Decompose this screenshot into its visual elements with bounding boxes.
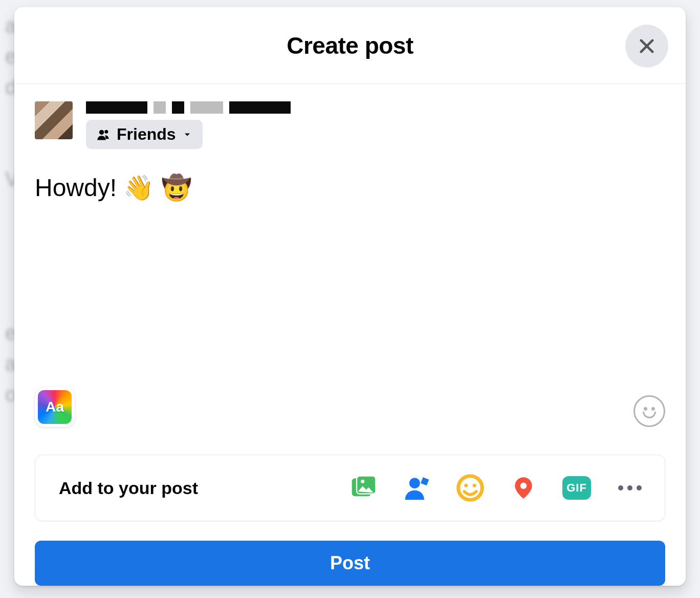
author-name-redacted xyxy=(86,101,291,114)
svg-point-3 xyxy=(104,130,108,133)
svg-point-9 xyxy=(464,484,468,487)
svg-point-2 xyxy=(99,130,104,134)
svg-point-7 xyxy=(409,478,420,488)
background-picker-icon: Aa xyxy=(38,390,72,424)
feeling-icon xyxy=(456,474,485,502)
tag-people-button[interactable] xyxy=(403,474,431,502)
audience-label: Friends xyxy=(117,125,176,144)
post-button[interactable]: Post xyxy=(35,541,665,586)
tag-person-icon xyxy=(403,474,431,502)
author-meta: Friends xyxy=(86,101,291,149)
modal-title: Create post xyxy=(287,32,413,59)
add-to-post-label: Add to your post xyxy=(59,478,198,498)
photo-icon xyxy=(349,474,378,502)
svg-point-10 xyxy=(473,484,476,487)
more-options-button[interactable] xyxy=(616,474,644,502)
post-text-input[interactable]: Howdy! 👋 🤠 xyxy=(35,174,665,307)
more-icon xyxy=(618,485,642,490)
post-button-label: Post xyxy=(330,552,370,574)
audience-selector[interactable]: Friends xyxy=(86,120,203,149)
emoji-picker-button[interactable] xyxy=(633,395,665,427)
caret-down-icon xyxy=(182,130,192,140)
background-picker-button[interactable]: Aa xyxy=(35,387,75,427)
add-to-post-bar: Add to your post xyxy=(35,455,665,521)
close-icon xyxy=(637,36,657,56)
location-pin-icon xyxy=(511,473,536,503)
add-to-post-icons: GIF xyxy=(349,474,644,502)
friends-icon xyxy=(96,127,111,142)
gif-button[interactable]: GIF xyxy=(562,474,591,502)
smiley-icon xyxy=(644,407,647,411)
create-post-modal: Create post xyxy=(14,7,686,586)
photo-video-button[interactable] xyxy=(349,474,378,502)
gif-icon: GIF xyxy=(562,476,591,500)
author-row: Friends xyxy=(35,101,665,149)
modal-header: Create post xyxy=(14,7,686,84)
svg-point-8 xyxy=(458,476,483,500)
close-button[interactable] xyxy=(625,25,668,68)
check-in-button[interactable] xyxy=(509,474,538,502)
avatar[interactable] xyxy=(35,101,73,139)
svg-point-11 xyxy=(520,483,527,489)
svg-point-6 xyxy=(361,480,364,483)
feeling-activity-button[interactable] xyxy=(456,474,485,502)
modal-body: Friends Howdy! 👋 🤠 Aa xyxy=(14,84,686,442)
